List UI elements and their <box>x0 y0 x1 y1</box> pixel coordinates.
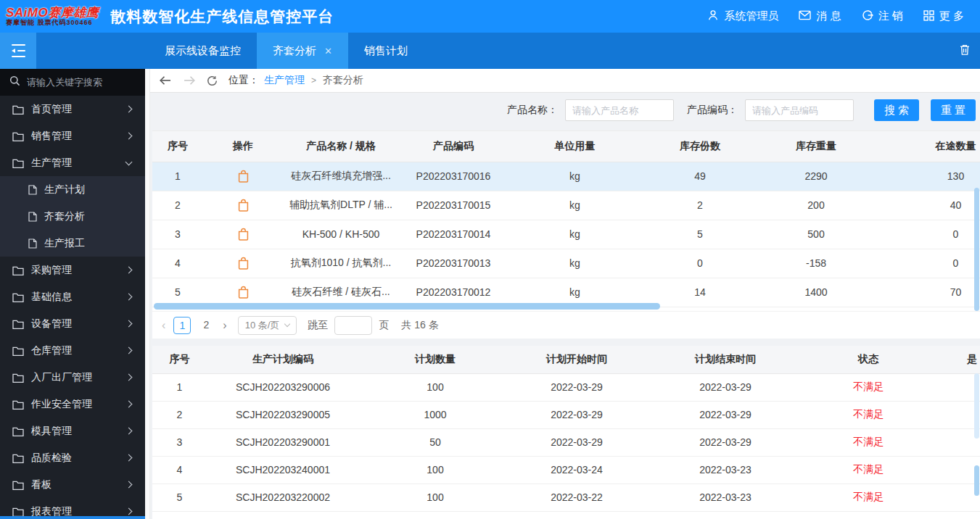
sidebar-item-11[interactable]: 看板 <box>0 471 145 498</box>
col-product-name: 产品名称 / 规格 <box>283 131 399 162</box>
sidebar-item-1[interactable]: 销售管理 <box>0 123 145 149</box>
folder-icon <box>12 319 24 329</box>
picking-bag-icon[interactable] <box>237 199 250 212</box>
close-all-tabs-button[interactable] <box>959 33 971 69</box>
sidebar-item-10[interactable]: 品质检验 <box>0 444 145 471</box>
sidebar-item-7[interactable]: 入厂出厂管理 <box>0 364 145 391</box>
product-code-label: 产品编码： <box>687 104 738 117</box>
next-page-button[interactable]: › <box>221 319 228 332</box>
picking-bag-icon[interactable] <box>237 170 250 183</box>
main-scrollbar-track[interactable] <box>145 69 150 519</box>
search-button[interactable]: 搜 索 <box>874 99 919 121</box>
plan-row[interactable]: 5 SCJH202203220002 100 2022-03-22 2022-0… <box>152 483 980 511</box>
stock-count-cell: 49 <box>642 162 758 191</box>
sidebar-subitem-0[interactable]: 生产计划 <box>0 176 145 203</box>
breadcrumb-section-link[interactable]: 生产管理 <box>264 74 305 87</box>
prev-page-button[interactable]: ‹ <box>160 319 167 332</box>
reset-button[interactable]: 重 置 <box>931 99 976 121</box>
plan-start-cell: 2022-03-29 <box>511 373 642 401</box>
col-plan-code: 生产计划编码 <box>207 346 359 373</box>
sidebar-submenu: 生产计划 齐套分析 生产报工 <box>0 176 145 257</box>
stock-count-cell: 14 <box>642 278 758 307</box>
forward-button[interactable] <box>183 75 196 86</box>
sidebar-item-6[interactable]: 仓库管理 <box>0 337 145 364</box>
product-row[interactable]: 2 辅助抗氧剂DLTP / 辅... P202203170015 kg 2 20… <box>152 191 980 220</box>
folder-icon <box>12 507 24 517</box>
sidebar-item-label: 作业安全管理 <box>31 398 126 411</box>
sidebar-item-9[interactable]: 模具管理 <box>0 418 145 444</box>
sidebar-item-0[interactable]: 首页管理 <box>0 96 145 123</box>
more-link[interactable]: 更 多 <box>923 9 964 23</box>
sidebar-subitem-2[interactable]: 生产报工 <box>0 230 145 257</box>
horizontal-scrollbar[interactable] <box>154 303 660 310</box>
more-label: 更 多 <box>939 9 964 23</box>
sidebar-scrollbar[interactable] <box>0 516 145 519</box>
sidebar-search-input[interactable] <box>27 77 136 88</box>
status-cell: 不满足 <box>809 456 928 483</box>
product-row[interactable]: 5 硅灰石纤维 / 硅灰石... P202203170012 kg 14 140… <box>152 278 980 307</box>
messages-link[interactable]: 消 息 <box>799 9 841 23</box>
col-serial: 序号 <box>152 346 207 373</box>
plan-row[interactable]: 1 SCJH202203290006 100 2022-03-29 2022-0… <box>152 373 980 401</box>
page-size-value: 10 条/页 <box>245 319 280 332</box>
col-plan-end: 计划结束时间 <box>642 346 809 373</box>
page-size-select[interactable]: 10 条/页 <box>238 316 297 335</box>
back-button[interactable] <box>159 75 172 86</box>
mail-icon <box>799 10 811 22</box>
picking-bag-icon[interactable] <box>237 286 250 299</box>
tab-0[interactable]: 展示线设备监控 <box>149 33 257 69</box>
tab-1[interactable]: 齐套分析✕ <box>257 33 348 69</box>
sidebar-item-4[interactable]: 基础信息 <box>0 283 145 310</box>
plan-qty-cell: 100 <box>359 456 511 483</box>
serial-cell: 5 <box>152 483 207 511</box>
plan-row[interactable]: 2 SCJH202203290005 1000 2022-03-29 2022-… <box>152 401 980 428</box>
page-2-button[interactable]: 2 <box>197 317 215 334</box>
vertical-scrollbar[interactable] <box>974 465 979 496</box>
unit-cell: kg <box>508 249 642 278</box>
chevron-right-icon <box>125 481 133 489</box>
product-row[interactable]: 3 KH-500 / KH-500 P202203170014 kg 5 500… <box>152 220 980 249</box>
plan-table-header-row: 序号 生产计划编码 计划数量 计划开始时间 计划结束时间 状态 是 <box>152 346 980 373</box>
folder-icon <box>12 131 24 141</box>
plan-row[interactable]: 3 SCJH202203290001 50 2022-03-29 2022-03… <box>152 428 980 456</box>
pagination: ‹ 1 2 › 10 条/页 跳至 页 共 16 条 <box>152 311 980 339</box>
sidebar-collapse-button[interactable] <box>0 33 36 69</box>
folder-icon <box>12 158 24 168</box>
sidebar-item-2[interactable]: 生产管理 <box>0 149 145 176</box>
sidebar-item-label: 模具管理 <box>31 425 126 438</box>
close-icon[interactable]: ✕ <box>324 46 332 57</box>
product-row[interactable]: 1 硅灰石纤维填充增强... P202203170016 kg 49 2290 … <box>152 162 980 191</box>
unit-cell: kg <box>508 191 642 220</box>
sidebar-search[interactable] <box>0 69 145 96</box>
stock-count-cell: 5 <box>642 220 758 249</box>
picking-bag-icon[interactable] <box>237 257 250 270</box>
plan-end-cell: 2022-03-29 <box>642 401 809 428</box>
vertical-scrollbar-track[interactable] <box>974 373 979 439</box>
logout-link[interactable]: 注 销 <box>862 9 903 23</box>
vertical-scrollbar[interactable] <box>974 188 979 311</box>
sidebar-subitem-1[interactable]: 齐套分析 <box>0 203 145 230</box>
plan-code-cell: SCJH202203220002 <box>207 483 359 511</box>
picking-bag-icon[interactable] <box>237 228 250 241</box>
product-row[interactable]: 4 抗氧剂1010 / 抗氧剂... P202203170013 kg 0 -1… <box>152 249 980 278</box>
folder-icon <box>12 426 24 436</box>
product-name-cell: 抗氧剂1010 / 抗氧剂... <box>283 249 399 278</box>
product-code-input[interactable] <box>745 99 854 121</box>
breadcrumb-separator: > <box>311 75 316 86</box>
user-menu[interactable]: 系统管理员 <box>707 9 778 23</box>
jump-page-input[interactable] <box>334 316 372 335</box>
sidebar-item-3[interactable]: 采购管理 <box>0 257 145 283</box>
page-1-button[interactable]: 1 <box>173 317 191 334</box>
clipped-cell <box>928 456 980 483</box>
product-name-input[interactable] <box>565 99 674 121</box>
sidebar-item-8[interactable]: 作业安全管理 <box>0 391 145 418</box>
plan-start-cell: 2022-03-29 <box>511 401 642 428</box>
plan-row[interactable]: 4 SCJH202203240001 100 2022-03-24 2022-0… <box>152 456 980 483</box>
brand-logo-subtext: 赛摩智能 股票代码300466 <box>6 20 99 26</box>
refresh-button[interactable] <box>207 75 218 86</box>
tab-label: 展示线设备监控 <box>165 44 241 58</box>
serial-cell: 2 <box>152 401 207 428</box>
tab-2[interactable]: 销售计划 <box>348 33 424 69</box>
operation-cell <box>203 191 283 220</box>
sidebar-item-5[interactable]: 设备管理 <box>0 310 145 337</box>
